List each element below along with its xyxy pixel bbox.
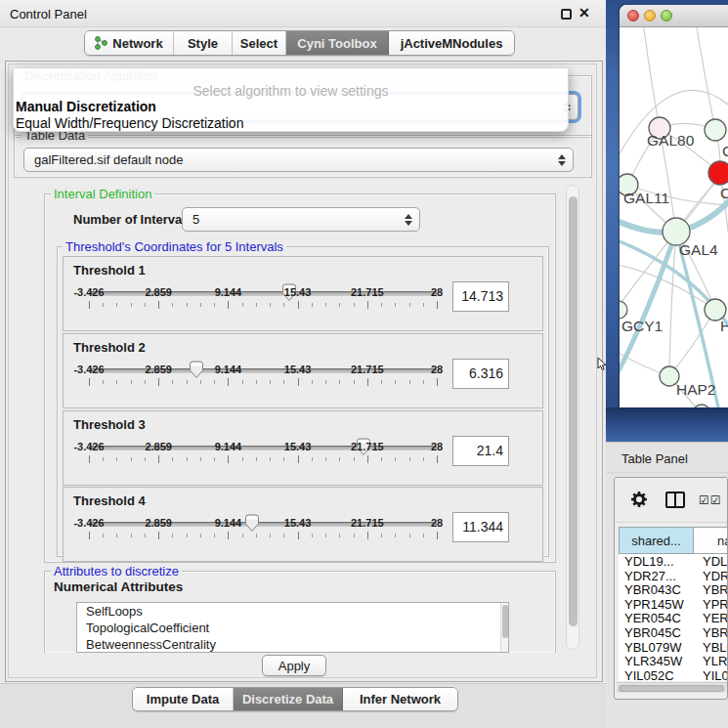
tab-impute-data[interactable]: Impute Data	[133, 688, 234, 710]
table-cell[interactable]: YDR27...	[624, 569, 676, 583]
table-row[interactable]: YBR045C YBR0	[619, 625, 728, 640]
columns-icon[interactable]	[665, 492, 685, 508]
table-cell[interactable]: YIL052C	[624, 668, 674, 681]
tick-mark	[158, 455, 159, 463]
attributes-scrollbar[interactable]	[500, 603, 509, 653]
tick-mark	[423, 303, 424, 307]
slider-handle[interactable]	[189, 361, 204, 379]
table-cell[interactable]: YBR0	[703, 625, 728, 640]
table-cell[interactable]: YBL0	[703, 640, 728, 655]
table-row[interactable]: YLR345W YLR3	[619, 654, 728, 668]
table-cell[interactable]: YDR2	[703, 569, 728, 583]
table-cell[interactable]: YER0	[703, 611, 728, 625]
network-edge[interactable]	[620, 264, 715, 310]
tick-label: 9.144	[215, 441, 242, 452]
network-edge[interactable]	[643, 27, 660, 128]
threshold-slider[interactable]	[89, 360, 437, 405]
table-cell[interactable]: YPR145W	[624, 597, 684, 612]
tick-mark	[283, 457, 284, 461]
tab-discretize-data[interactable]: Discretize Data	[234, 688, 343, 710]
table-cell[interactable]: YBR045C	[624, 625, 681, 640]
network-node[interactable]	[708, 161, 728, 185]
table-row[interactable]: YBL079W YBL0	[619, 640, 728, 655]
network-node[interactable]	[620, 301, 627, 319]
tick-mark	[270, 457, 271, 461]
threshold-value-field[interactable]: 14.713	[452, 281, 509, 312]
table-cell[interactable]: YPR1	[703, 597, 728, 612]
tick-label: 2.859	[145, 517, 172, 529]
slider-track[interactable]	[89, 522, 437, 527]
column-header-shared[interactable]: shared...	[619, 527, 694, 554]
table-data-combobox[interactable]: galFiltered.sif default node	[23, 148, 574, 172]
table-rows[interactable]: YDL19... YDL1 YDR27... YDR2 YBR043C YBR0…	[619, 554, 728, 681]
tick-mark	[228, 378, 229, 386]
table-row[interactable]: YBR043C YBR0	[619, 582, 728, 597]
table-cell[interactable]: YIL0	[703, 668, 728, 681]
minimize-traffic-light[interactable]	[644, 10, 656, 21]
table-row[interactable]: YER054C YER0	[619, 611, 728, 625]
gear-icon[interactable]	[630, 491, 648, 508]
control-panel-titlebar: Control Panel ✕	[0, 0, 606, 27]
network-edge[interactable]	[696, 27, 715, 130]
threshold-value-field[interactable]: 11.344	[452, 512, 509, 542]
attributes-list[interactable]: SelfLoopsTopologicalCoefficientBetweenne…	[76, 602, 509, 653]
menu-item-equal-width-frequency[interactable]: Equal Width/Frequency Discretization	[16, 115, 243, 131]
tab-network[interactable]: Network	[85, 31, 174, 55]
table-row[interactable]: YPR145W YPR1	[619, 597, 728, 612]
tab-label: Select	[240, 36, 278, 51]
network-node[interactable]	[705, 119, 726, 141]
attribute-list-item[interactable]: BetweennessCentrality	[77, 636, 508, 653]
table-cell[interactable]: YBL079W	[624, 640, 682, 655]
close-icon[interactable]: ✕	[578, 5, 590, 21]
menu-item-manual-discretization[interactable]: Manual Discretization	[16, 99, 156, 114]
tab-select[interactable]: Select	[233, 31, 286, 55]
table-row[interactable]: YDR27... YDR2	[619, 569, 728, 583]
tick-label: 15.43	[284, 286, 312, 298]
table-cell[interactable]: YLR345W	[624, 654, 682, 668]
slider-handle[interactable]	[244, 514, 260, 533]
tick-mark	[103, 534, 104, 537]
checkbox-icons[interactable]: ☑☑	[699, 493, 722, 507]
attribute-list-item[interactable]: TopologicalCoefficient	[77, 620, 508, 636]
attributes-scrollbar-thumb[interactable]	[502, 605, 508, 638]
threshold-slider[interactable]	[89, 437, 437, 482]
threshold-slider[interactable]	[89, 282, 437, 327]
tab-cyni-toolbox[interactable]: Cyni Toolbox	[286, 31, 389, 55]
zoom-traffic-light[interactable]	[661, 10, 672, 21]
float-window-icon[interactable]	[561, 9, 572, 20]
slider-track[interactable]	[89, 291, 437, 296]
table-cell[interactable]: YBR043C	[624, 582, 681, 597]
close-traffic-light[interactable]	[627, 10, 639, 21]
threshold-slider[interactable]	[89, 513, 437, 558]
network-canvas[interactable]: GAL80GCGAL11GAL4GCY1HHAP2	[620, 27, 728, 407]
table-row[interactable]: YIL052C YIL0	[619, 668, 728, 681]
threshold-label: Threshold 2	[73, 340, 146, 355]
apply-button[interactable]: Apply	[262, 655, 326, 676]
network-window[interactable]: GAL80GCGAL11GAL4GCY1HHAP2	[620, 5, 728, 407]
main-scrollbar-thumb[interactable]	[569, 196, 578, 626]
table-row[interactable]: YDL19... YDL1	[619, 554, 728, 569]
network-node-label: GAL11	[623, 190, 669, 206]
threshold-value-field[interactable]: 21.4	[452, 436, 509, 466]
table-h-scrollbar[interactable]	[617, 682, 728, 693]
table-cell[interactable]: YER054C	[624, 611, 681, 625]
slider-track[interactable]	[89, 368, 437, 373]
table-cell[interactable]: YLR3	[703, 654, 728, 668]
tick-mark	[89, 378, 90, 386]
tab-infer-network[interactable]: Infer Network	[343, 688, 457, 710]
table-cell[interactable]: YDL1	[703, 554, 728, 569]
num-intervals-combobox[interactable]: 5	[182, 207, 420, 232]
top-tab-bar: Network Style Select Cyni Toolbox jActiv…	[84, 30, 515, 56]
tab-jactivemnodules[interactable]: jActiveMNodules	[389, 31, 514, 55]
column-header-name[interactable]: na	[693, 527, 728, 554]
table-h-scrollbar-thumb[interactable]	[619, 685, 724, 692]
table-cell[interactable]: YBR0	[703, 582, 728, 597]
main-scrollbar[interactable]	[566, 185, 579, 650]
tab-style[interactable]: Style	[174, 31, 233, 55]
tick-mark	[381, 457, 382, 461]
tick-mark	[228, 455, 229, 463]
slider-track[interactable]	[89, 446, 437, 450]
attribute-list-item[interactable]: SelfLoops	[77, 603, 508, 620]
threshold-value-field[interactable]: 6.316	[452, 359, 509, 389]
table-cell[interactable]: YDL19...	[624, 554, 674, 569]
